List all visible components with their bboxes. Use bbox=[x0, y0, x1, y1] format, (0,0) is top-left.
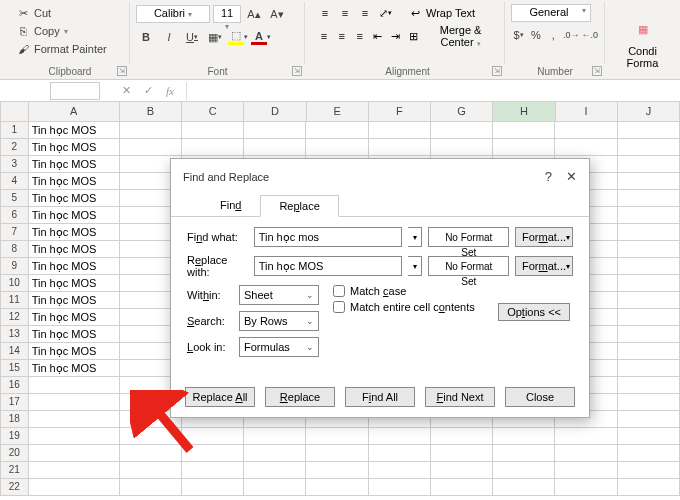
cell[interactable] bbox=[555, 479, 617, 496]
cell[interactable] bbox=[244, 445, 306, 462]
row-header[interactable]: 15 bbox=[0, 360, 29, 377]
underline-button[interactable]: U ▾ bbox=[182, 27, 202, 47]
options-button[interactable]: Options << bbox=[498, 303, 570, 321]
clipboard-launcher-icon[interactable]: ⇲ bbox=[117, 66, 127, 76]
cell[interactable] bbox=[244, 428, 306, 445]
find-history-dropdown[interactable]: ▾ bbox=[408, 227, 423, 247]
select-all-cell[interactable] bbox=[0, 102, 29, 122]
cell[interactable] bbox=[618, 360, 680, 377]
row-header[interactable]: 1 bbox=[0, 122, 29, 139]
cell[interactable] bbox=[182, 139, 244, 156]
cell[interactable] bbox=[618, 479, 680, 496]
replace-button[interactable]: Replace bbox=[265, 387, 335, 407]
cell[interactable] bbox=[618, 173, 680, 190]
row-header[interactable]: 3 bbox=[0, 156, 29, 173]
replace-with-input[interactable] bbox=[254, 256, 402, 276]
name-box[interactable] bbox=[50, 82, 100, 100]
enter-formula-icon[interactable]: ✓ bbox=[138, 84, 158, 97]
align-right-icon[interactable]: ≡ bbox=[352, 27, 368, 45]
cell[interactable]: Tin học MOS bbox=[29, 258, 120, 275]
row-header[interactable]: 5 bbox=[0, 190, 29, 207]
cell[interactable] bbox=[555, 139, 617, 156]
cell[interactable] bbox=[618, 207, 680, 224]
cell[interactable] bbox=[431, 139, 493, 156]
row-header[interactable]: 19 bbox=[0, 428, 29, 445]
column-header-F[interactable]: F bbox=[369, 102, 431, 122]
cell[interactable] bbox=[618, 343, 680, 360]
row-header[interactable]: 20 bbox=[0, 445, 29, 462]
column-header-I[interactable]: I bbox=[556, 102, 618, 122]
find-next-button[interactable]: Find Next bbox=[425, 387, 495, 407]
copy-button[interactable]: ⎘Copy ▾ bbox=[16, 22, 123, 40]
row-header[interactable]: 2 bbox=[0, 139, 29, 156]
cell[interactable] bbox=[618, 445, 680, 462]
cell[interactable]: Tin học MOS bbox=[29, 190, 120, 207]
cell[interactable] bbox=[369, 445, 431, 462]
decrease-font-icon[interactable]: A▾ bbox=[267, 4, 287, 24]
cell[interactable] bbox=[29, 479, 120, 496]
cell[interactable] bbox=[618, 411, 680, 428]
cell[interactable]: Tin học MOS bbox=[29, 207, 120, 224]
alignment-launcher-icon[interactable]: ⇲ bbox=[492, 66, 502, 76]
cell[interactable] bbox=[493, 479, 555, 496]
replace-all-button[interactable]: Replace All bbox=[185, 387, 255, 407]
border-button[interactable]: ▦▾ bbox=[205, 27, 225, 47]
font-name-select[interactable]: Calibri ▾ bbox=[136, 5, 210, 23]
cell[interactable] bbox=[431, 428, 493, 445]
cell[interactable]: Tin học MOS bbox=[29, 122, 120, 139]
cell[interactable] bbox=[244, 122, 306, 139]
cell[interactable] bbox=[618, 377, 680, 394]
cell[interactable] bbox=[618, 241, 680, 258]
cell[interactable] bbox=[618, 122, 680, 139]
cell[interactable] bbox=[369, 139, 431, 156]
search-select[interactable]: By Rows⌄ bbox=[239, 311, 319, 331]
cell[interactable] bbox=[29, 394, 120, 411]
number-launcher-icon[interactable]: ⇲ bbox=[592, 66, 602, 76]
row-header[interactable]: 4 bbox=[0, 173, 29, 190]
fill-color-button[interactable]: ⬚▾ bbox=[228, 27, 248, 47]
formula-bar-input[interactable] bbox=[186, 82, 680, 100]
decrease-decimal-icon[interactable]: ←.0 bbox=[582, 25, 599, 45]
cell[interactable] bbox=[182, 428, 244, 445]
cell[interactable]: Tin học MOS bbox=[29, 326, 120, 343]
column-header-J[interactable]: J bbox=[618, 102, 680, 122]
orientation-icon[interactable]: ⤢▾ bbox=[376, 4, 394, 22]
cell[interactable] bbox=[182, 122, 244, 139]
percent-button[interactable]: % bbox=[528, 25, 543, 45]
decrease-indent-icon[interactable]: ⇤ bbox=[370, 27, 386, 45]
cut-button[interactable]: ✂Cut bbox=[16, 4, 123, 22]
format-painter-button[interactable]: 🖌Format Painter bbox=[16, 40, 123, 58]
bold-button[interactable]: B bbox=[136, 27, 156, 47]
italic-button[interactable]: I bbox=[159, 27, 179, 47]
cancel-formula-icon[interactable]: ✕ bbox=[116, 84, 136, 97]
cell[interactable] bbox=[431, 122, 493, 139]
cell[interactable]: Tin học MOS bbox=[29, 173, 120, 190]
cell[interactable] bbox=[120, 445, 182, 462]
find-what-input[interactable] bbox=[254, 227, 402, 247]
replace-format-button[interactable]: Format...▾ bbox=[515, 256, 573, 276]
cell[interactable] bbox=[29, 411, 120, 428]
row-header[interactable]: 13 bbox=[0, 326, 29, 343]
cell[interactable] bbox=[618, 428, 680, 445]
cell[interactable] bbox=[618, 258, 680, 275]
comma-button[interactable]: , bbox=[546, 25, 561, 45]
cell[interactable] bbox=[306, 462, 368, 479]
increase-indent-icon[interactable]: ⇥ bbox=[388, 27, 404, 45]
cell[interactable]: Tin học MOS bbox=[29, 156, 120, 173]
cell[interactable] bbox=[555, 445, 617, 462]
close-button[interactable]: Close bbox=[505, 387, 575, 407]
row-header[interactable]: 18 bbox=[0, 411, 29, 428]
row-header[interactable]: 8 bbox=[0, 241, 29, 258]
cell[interactable] bbox=[618, 139, 680, 156]
column-header-D[interactable]: D bbox=[244, 102, 306, 122]
find-all-button[interactable]: Find All bbox=[345, 387, 415, 407]
cell[interactable] bbox=[618, 156, 680, 173]
tab-find[interactable]: Find bbox=[201, 194, 260, 216]
conditional-format-icon[interactable]: ▦ bbox=[632, 23, 654, 45]
cell[interactable] bbox=[618, 462, 680, 479]
cell[interactable] bbox=[618, 309, 680, 326]
cell[interactable] bbox=[618, 292, 680, 309]
replace-history-dropdown[interactable]: ▾ bbox=[408, 256, 423, 276]
cell[interactable] bbox=[29, 428, 120, 445]
cell[interactable] bbox=[29, 377, 120, 394]
